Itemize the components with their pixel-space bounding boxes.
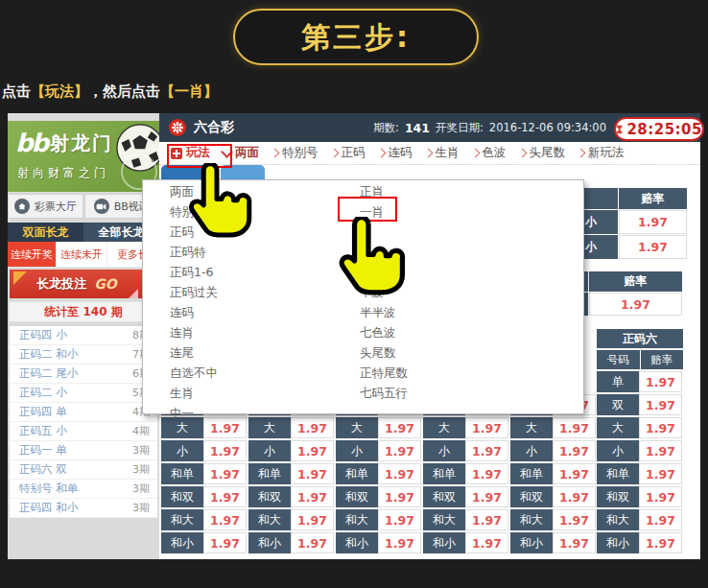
- bet-odds[interactable]: 1.97: [291, 509, 334, 530]
- bet-option[interactable]: 大: [597, 417, 639, 438]
- list-item[interactable]: 正码二 小5期: [10, 384, 157, 403]
- menu-item[interactable]: 七色波: [360, 322, 408, 342]
- bet-option[interactable]: 和大: [336, 509, 378, 530]
- bet-odds[interactable]: 1.97: [619, 210, 687, 234]
- bet-odds[interactable]: 1.97: [639, 486, 682, 507]
- bet-option[interactable]: 和单: [597, 463, 639, 484]
- bet-odds[interactable]: 1.97: [378, 417, 421, 438]
- bet-odds[interactable]: 1.97: [291, 486, 334, 507]
- bet-option[interactable]: 和双: [248, 486, 291, 507]
- bet-option[interactable]: 和双: [336, 486, 378, 507]
- nav-item-lianma[interactable]: 连码: [378, 145, 413, 161]
- bet-option[interactable]: 大: [248, 417, 291, 438]
- bet-option[interactable]: 小: [597, 440, 639, 461]
- bet-odds[interactable]: 1.97: [378, 532, 421, 553]
- bet-odds[interactable]: 1.97: [553, 417, 596, 438]
- bet-option[interactable]: 和大: [161, 509, 203, 530]
- bet-odds[interactable]: 1.97: [378, 440, 421, 461]
- bet-odds[interactable]: 1.97: [553, 463, 596, 484]
- menu-item[interactable]: 连尾: [170, 342, 218, 363]
- bet-odds[interactable]: 1.97: [291, 417, 334, 438]
- menu-item[interactable]: 正码特: [170, 242, 218, 262]
- menu-item[interactable]: 中一: [170, 403, 218, 423]
- nav-item-sebo[interactable]: 色波: [472, 145, 507, 161]
- bet-option[interactable]: 和双: [423, 486, 465, 507]
- menu-item[interactable]: 自选不中: [170, 363, 218, 383]
- bet-odds[interactable]: 1.97: [619, 235, 687, 259]
- subtab-continuous-closed[interactable]: 连续未开: [57, 242, 107, 267]
- bet-option[interactable]: 和双: [510, 486, 553, 507]
- bet-option[interactable]: 大: [336, 417, 378, 438]
- menu-item[interactable]: 头尾数: [360, 342, 408, 363]
- list-item[interactable]: 正码五 小4期: [10, 422, 157, 441]
- bet-option[interactable]: 双: [597, 394, 639, 415]
- bet-option[interactable]: 大: [423, 417, 465, 438]
- bet-odds[interactable]: 1.97: [291, 440, 334, 461]
- bet-odds[interactable]: 1.97: [639, 417, 682, 438]
- bet-option[interactable]: 和大: [597, 509, 639, 530]
- list-item[interactable]: 正码二 和小7期: [10, 345, 157, 365]
- bet-option[interactable]: 和小: [336, 532, 378, 553]
- bet-odds[interactable]: 1.97: [291, 532, 334, 553]
- bet-odds[interactable]: 1.97: [639, 394, 682, 415]
- nav-item-zhengma[interactable]: 正码: [331, 145, 366, 161]
- bet-odds[interactable]: 1.97: [203, 509, 247, 530]
- bet-odds[interactable]: 1.97: [589, 293, 682, 316]
- bet-option[interactable]: 和小: [248, 532, 291, 553]
- bet-odds[interactable]: 1.97: [203, 463, 247, 484]
- bet-option[interactable]: 小: [510, 440, 553, 461]
- bet-odds[interactable]: 1.97: [203, 440, 247, 461]
- bet-option[interactable]: 和单: [248, 463, 291, 484]
- bet-option[interactable]: 和单: [510, 463, 553, 484]
- tab-two-side-dragon[interactable]: 双面长龙: [8, 223, 83, 242]
- bet-option[interactable]: 小: [248, 440, 291, 461]
- bet-odds[interactable]: 1.97: [291, 463, 334, 484]
- bet-odds[interactable]: 1.97: [203, 486, 247, 507]
- bet-option[interactable]: 和单: [161, 463, 203, 484]
- bet-odds[interactable]: 1.97: [378, 463, 421, 484]
- subtab-continuous-open[interactable]: 连续开奖: [8, 242, 57, 267]
- bet-odds[interactable]: 1.97: [639, 509, 682, 530]
- bet-odds[interactable]: 1.97: [378, 509, 421, 530]
- dragon-bet-banner[interactable]: 长龙投注 GO: [10, 270, 144, 298]
- bet-option[interactable]: 大: [510, 417, 553, 438]
- nav-item-new-play[interactable]: 新玩法: [578, 145, 625, 161]
- menu-item[interactable]: 正码1-6: [170, 262, 218, 282]
- bet-odds[interactable]: 1.97: [639, 463, 682, 484]
- bet-odds[interactable]: 1.97: [203, 532, 247, 553]
- menu-item[interactable]: 正特尾数: [360, 363, 408, 383]
- logo-banner[interactable]: bb 射龙门 射向财富之门: [8, 121, 159, 192]
- bet-option[interactable]: 和小: [423, 532, 465, 553]
- list-item[interactable]: 正码二 尾小6期: [10, 365, 157, 384]
- nav-item-touwei[interactable]: 头尾数: [519, 145, 566, 161]
- nav-item-shengxiao[interactable]: 生肖: [425, 145, 460, 161]
- bet-option[interactable]: 和单: [423, 463, 465, 484]
- bet-option[interactable]: 和大: [510, 509, 553, 530]
- bet-option[interactable]: 小: [423, 440, 465, 461]
- bet-option[interactable]: 小: [161, 440, 203, 461]
- lottery-hall-button[interactable]: 彩票大厅: [8, 194, 83, 219]
- menu-item[interactable]: 连肖: [170, 322, 218, 342]
- list-item[interactable]: 正码一 单3期: [10, 441, 157, 460]
- bet-option[interactable]: 单: [597, 371, 639, 392]
- bet-option[interactable]: 和大: [423, 509, 465, 530]
- list-item[interactable]: 正码四 和小3期: [10, 499, 157, 518]
- bet-odds[interactable]: 1.97: [639, 532, 682, 553]
- bet-option[interactable]: 和小: [510, 532, 553, 553]
- list-item[interactable]: 特别号 和单3期: [10, 480, 157, 499]
- bet-odds[interactable]: 1.97: [465, 463, 508, 484]
- bet-odds[interactable]: 1.97: [639, 371, 682, 392]
- bet-odds[interactable]: 1.97: [378, 486, 421, 507]
- bet-odds[interactable]: 1.97: [465, 509, 508, 530]
- menu-item[interactable]: 连码: [170, 302, 218, 322]
- menu-item[interactable]: 半半波: [360, 302, 408, 322]
- bet-option[interactable]: 和单: [336, 463, 378, 484]
- menu-item[interactable]: 七码五行: [360, 383, 408, 403]
- bet-odds[interactable]: 1.97: [465, 532, 508, 553]
- menu-item[interactable]: 生肖: [170, 383, 218, 403]
- bet-odds[interactable]: 1.97: [639, 440, 682, 461]
- bet-option[interactable]: 小: [336, 440, 378, 461]
- bet-option[interactable]: 和双: [161, 486, 203, 507]
- bet-odds[interactable]: 1.97: [553, 440, 596, 461]
- bet-odds[interactable]: 1.97: [465, 486, 508, 507]
